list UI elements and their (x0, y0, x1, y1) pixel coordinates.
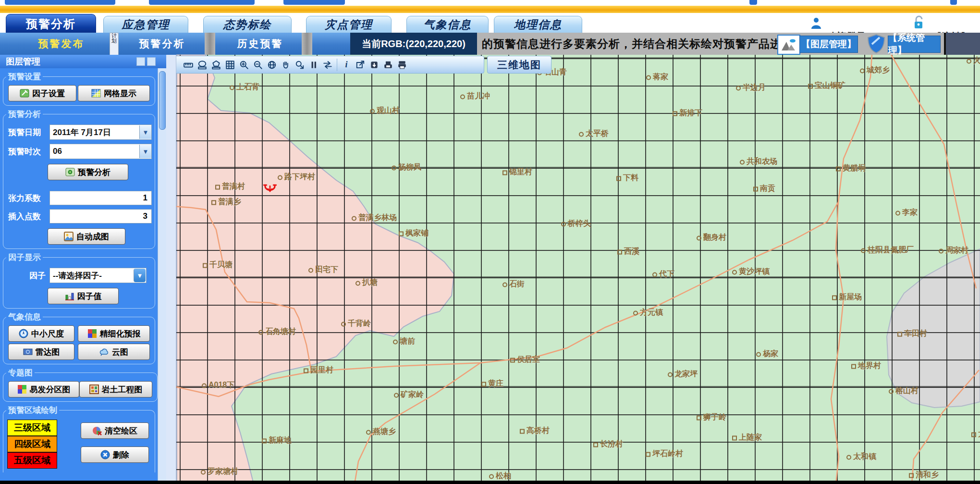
subtab-warning-publish[interactable]: 预警发布 (14, 33, 108, 55)
warning-date-label: 预警日期 (8, 127, 49, 138)
export-icon[interactable] (354, 58, 367, 72)
susceptibility-zoning-button[interactable]: 易发分区图 (8, 381, 79, 397)
clear-region-icon (92, 426, 102, 435)
panel-button[interactable] (147, 57, 156, 66)
factor-label: 因子 (8, 270, 49, 281)
download-icon[interactable] (368, 58, 380, 72)
clear-drawn-region-button[interactable]: 清空绘区 (81, 422, 149, 439)
warning-date-select[interactable]: 2011年 7月17日 ▼ (49, 124, 152, 140)
save-image-icon[interactable] (382, 58, 394, 72)
factor-value-button[interactable]: 因子值 (48, 288, 119, 304)
sidebar-scrollbar[interactable] (158, 68, 166, 482)
chevron-down-icon[interactable]: ▼ (139, 125, 151, 139)
window-top-strip (0, 0, 980, 6)
level4-region-swatch[interactable]: 四级区域 (7, 436, 57, 452)
main-tab-bar: 预警分析 应急管理 态势标绘 灾点管理 气象信息 地理信息 欢迎登录 【注销】 (0, 13, 980, 33)
radar-icon (23, 347, 33, 357)
fine-forecast-button[interactable]: 精细化预报 (78, 325, 150, 342)
layer-manager-button[interactable]: 【图层管理】 (799, 36, 858, 53)
sub-tab-bar: 预警发布 计划 预警分析 历史预警 当前RGB:(220,220,220) 的预… (0, 33, 980, 55)
current-rgb-readout: 当前RGB:(220,220,220) (350, 33, 477, 55)
grid-display-button[interactable]: 网格显示 (78, 85, 150, 101)
map-toolbar: i (172, 56, 484, 74)
group-legend: 专题图 (6, 367, 35, 378)
subtab-warning-analysis[interactable]: 预警分析 (120, 33, 204, 55)
warning-time-label: 预警时次 (8, 146, 49, 157)
group-legend: 预警区域绘制 (6, 405, 59, 416)
map-canvas[interactable] (176, 55, 980, 481)
mesoscale-button[interactable]: 中小尺度 (8, 325, 74, 342)
map-3d-button[interactable]: 三维地图 (487, 56, 551, 74)
subtab-separator (205, 33, 215, 55)
landslide-warning-symbol (263, 183, 277, 197)
analysis-map-icon (65, 167, 75, 177)
level5-region-swatch[interactable]: 五级区域 (7, 452, 57, 469)
tab-situation-plotting[interactable]: 态势标绘 (203, 16, 292, 33)
factor-select[interactable]: --请选择因子- ▼ (49, 268, 147, 283)
layer-manager-icon[interactable] (777, 35, 800, 55)
group-warning-analysis: 预警分析 预警日期 2011年 7月17日 ▼ 预警时次 06 ▼ (3, 109, 155, 249)
auto-plot-button[interactable]: 自动成图 (48, 228, 125, 245)
zoom-in-icon[interactable] (238, 58, 250, 72)
scrollbar-thumb[interactable] (159, 71, 166, 130)
full-extent-globe-icon[interactable] (266, 58, 278, 72)
grid-display-icon (91, 88, 101, 98)
bottom-edge-bar (0, 481, 980, 484)
grid-icon[interactable] (224, 58, 236, 72)
app-window: 预警分析 应急管理 态势标绘 灾点管理 气象信息 地理信息 欢迎登录 【注销】 … (0, 0, 980, 484)
window-top-fragment (950, 0, 957, 5)
panel-button[interactable] (136, 57, 145, 66)
refresh-swap-icon[interactable] (321, 58, 334, 72)
cloud-map-button[interactable]: 云图 (78, 344, 150, 360)
warning-time-select[interactable]: 06 ▼ (49, 144, 152, 159)
chevron-down-icon[interactable]: ▼ (134, 269, 146, 282)
panel-splitter-strip[interactable] (166, 55, 176, 484)
insert-points-label: 插入点数 (8, 211, 49, 222)
toolbar-separator (337, 59, 337, 71)
run-warning-analysis-button[interactable]: 预警分析 (48, 164, 128, 180)
sidebar-title: 图层管理 (6, 56, 40, 67)
group-warning-settings: 预警设置 因子设置 网格显示 (3, 71, 155, 106)
zoning-map-icon (17, 385, 27, 394)
factor-settings-icon (20, 88, 29, 98)
tab-disaster-point-management[interactable]: 灾点管理 (306, 16, 392, 33)
print-icon[interactable] (396, 58, 408, 72)
gold-banner-bar (0, 6, 980, 13)
window-top-fragment (5, 0, 115, 5)
tab-warning-analysis[interactable]: 预警分析 (6, 14, 96, 33)
sidebar-body: 预警设置 因子设置 网格显示 预警分析 预警日期 (0, 68, 158, 472)
pause-icon[interactable] (307, 58, 320, 72)
system-manager-button[interactable]: 【系统管理】 (888, 36, 941, 53)
tension-coefficient-label: 张力系数 (8, 193, 49, 204)
bar-end-cap (944, 33, 980, 55)
system-shield-icon[interactable] (865, 33, 887, 54)
level3-region-swatch[interactable]: 三级区域 (7, 420, 57, 436)
sidebar-title-bar: 图层管理 (0, 55, 166, 68)
zoom-out-icon[interactable] (252, 58, 264, 72)
auto-plot-icon (64, 232, 74, 241)
measure-polygon-icon[interactable] (210, 58, 222, 72)
group-thematic-maps: 专题图 易发分区图 岩土工程图 (3, 367, 158, 402)
delete-region-button[interactable]: 删除 (81, 447, 149, 463)
geotech-map-button[interactable]: 岩土工程图 (79, 381, 152, 397)
measure-distance-icon[interactable] (182, 58, 195, 72)
insert-points-input[interactable]: 3 (49, 209, 152, 223)
window-top-fragment (149, 0, 255, 5)
zoom-selection-icon[interactable] (294, 58, 306, 72)
compass-icon (19, 329, 28, 338)
delete-icon (100, 450, 110, 459)
factor-settings-button[interactable]: 因子设置 (8, 85, 76, 101)
subtab-history-warning[interactable]: 历史预警 (219, 33, 302, 55)
group-legend: 预警分析 (6, 109, 43, 120)
measure-ellipse-icon[interactable] (196, 58, 208, 72)
radar-map-button[interactable]: 雷达图 (8, 344, 74, 360)
tab-emergency-management[interactable]: 应急管理 (103, 16, 188, 33)
tab-meteorological-info[interactable]: 气象信息 (406, 16, 489, 33)
chevron-down-icon[interactable]: ▼ (139, 145, 151, 158)
identify-info-icon[interactable]: i (340, 58, 353, 72)
tab-geographic-info[interactable]: 地理信息 (494, 16, 582, 33)
pan-hand-icon[interactable] (280, 58, 292, 72)
group-warning-region-draw: 预警区域绘制 三级区域 四级区域 五级区域 清空绘区 (3, 405, 155, 472)
collapsed-panel-fragment[interactable]: 计划 (110, 33, 119, 56)
tension-coefficient-input[interactable]: 1 (49, 191, 152, 205)
